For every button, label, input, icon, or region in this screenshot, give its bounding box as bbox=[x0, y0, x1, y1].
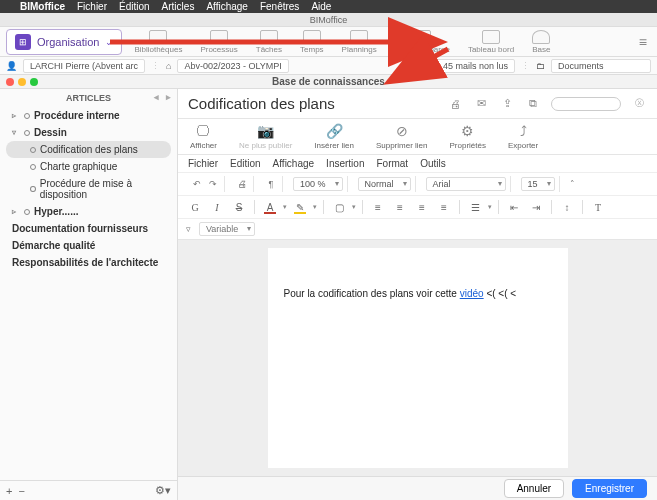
v-icon[interactable]: ▿ bbox=[186, 224, 191, 234]
para-icon[interactable]: ¶ bbox=[264, 177, 278, 191]
zoom-icon[interactable] bbox=[30, 78, 38, 86]
tool-tableau[interactable]: Tableau bord bbox=[468, 30, 514, 54]
tree-node-codification[interactable]: Codification des plans bbox=[6, 141, 171, 158]
traffic-lights[interactable] bbox=[6, 78, 38, 86]
zoom-select[interactable]: 100 % bbox=[293, 177, 343, 191]
editor-menubar: Fichier Edition Affichage Insertion Form… bbox=[178, 155, 657, 173]
tree-node-demarche[interactable]: Démarche qualité bbox=[0, 237, 177, 254]
strike-icon[interactable]: S bbox=[230, 199, 248, 215]
remove-icon[interactable]: − bbox=[18, 485, 24, 497]
action-delete-link[interactable]: ⊘Supprimer lien bbox=[376, 123, 428, 150]
clear-search-icon[interactable]: ⓧ bbox=[631, 97, 647, 111]
action-insert-link[interactable]: 🔗Insérer lien bbox=[314, 123, 354, 150]
sidebar-footer: + − ⚙▾ bbox=[0, 480, 177, 500]
tree-node-procedure-interne[interactable]: ▹Procédure interne bbox=[0, 107, 177, 124]
tree-node-mise-dispo[interactable]: Procédure de mise à disposition bbox=[0, 175, 177, 203]
highlight-icon[interactable]: ✎ bbox=[291, 199, 309, 215]
list-ul-icon[interactable]: ☰ bbox=[466, 199, 484, 215]
border-icon[interactable]: ▢ bbox=[330, 199, 348, 215]
action-nopublish[interactable]: 📷Ne plus publier bbox=[239, 123, 292, 150]
menu-app[interactable]: BIMoffice bbox=[20, 1, 65, 12]
tree-node-dessin[interactable]: ▿Dessin bbox=[0, 124, 177, 141]
tool-taches[interactable]: Tâches bbox=[256, 30, 282, 54]
emenu-edit[interactable]: Edition bbox=[230, 158, 261, 169]
align-justify-icon[interactable]: ≡ bbox=[435, 199, 453, 215]
add-icon[interactable]: + bbox=[6, 485, 12, 497]
tool-temps[interactable]: Temps bbox=[300, 30, 324, 54]
tool-base[interactable]: Base bbox=[532, 30, 550, 54]
video-link[interactable]: vidéo bbox=[460, 288, 484, 299]
tree-node-charte[interactable]: Charte graphique bbox=[0, 158, 177, 175]
nav-arrows[interactable]: ◂ ▸ bbox=[154, 92, 173, 102]
kb-title: Base de connaissances bbox=[272, 76, 385, 87]
indent-icon[interactable]: ⇥ bbox=[527, 199, 545, 215]
font-select[interactable]: Arial bbox=[426, 177, 506, 191]
mail-send-icon[interactable]: ✉ bbox=[473, 97, 489, 111]
font-style-icon[interactable]: G bbox=[186, 199, 204, 215]
emenu-insert[interactable]: Insertion bbox=[326, 158, 364, 169]
project-chip[interactable]: Abv-002/2023 - OLYMPI bbox=[177, 59, 288, 73]
document-page[interactable]: Pour la codification des plans voir cett… bbox=[268, 248, 568, 468]
linespacing-icon[interactable]: ↕ bbox=[558, 199, 576, 215]
search-input[interactable] bbox=[551, 97, 621, 111]
tool-plannings[interactable]: Plannings bbox=[342, 30, 377, 54]
align-center-icon[interactable]: ≡ bbox=[391, 199, 409, 215]
format-toolbar-3: ▿ Variable bbox=[178, 219, 657, 240]
organisation-dropdown[interactable]: ⊞ Organisation ⌄ bbox=[6, 29, 122, 55]
main-header: Codification des plans 🖨 ✉ ⇪ ⧉ ⓧ bbox=[178, 89, 657, 119]
body-text[interactable]: Pour la codification des plans voir cett… bbox=[284, 288, 552, 299]
print-icon[interactable]: 🖨 bbox=[447, 97, 463, 111]
align-left-icon[interactable]: ≡ bbox=[369, 199, 387, 215]
article-tree: ▹Procédure interne ▿Dessin Codification … bbox=[0, 107, 177, 480]
docs-chip[interactable]: Documents bbox=[551, 59, 651, 73]
variable-select[interactable]: Variable bbox=[199, 222, 255, 236]
clear-format-icon[interactable]: T bbox=[589, 199, 607, 215]
action-properties[interactable]: ⚙Propriétés bbox=[450, 123, 486, 150]
sidebar-header: ARTICLES ◂ ▸ bbox=[0, 89, 177, 107]
menu-affichage[interactable]: Affichage bbox=[206, 1, 248, 12]
gear-icon[interactable]: ⚙▾ bbox=[155, 484, 171, 497]
export-doc-icon[interactable]: ⇪ bbox=[499, 97, 515, 111]
cancel-button[interactable]: Annuler bbox=[504, 479, 564, 498]
redo-icon[interactable]: ↷ bbox=[206, 177, 220, 191]
tasks-icon bbox=[260, 30, 278, 44]
save-button[interactable]: Enregistrer bbox=[572, 479, 647, 498]
size-select[interactable]: 15 bbox=[521, 177, 555, 191]
editor-canvas[interactable]: Pour la codification des plans voir cett… bbox=[178, 240, 657, 476]
emenu-tools[interactable]: Outils bbox=[420, 158, 446, 169]
mail-chip[interactable]: 45 mails non lus bbox=[436, 59, 515, 73]
action-bar: 🖵Afficher 📷Ne plus publier 🔗Insérer lien… bbox=[178, 119, 657, 155]
user-icon: 👤 bbox=[6, 61, 17, 71]
tree-node-hyper[interactable]: ▹Hyper...... bbox=[0, 203, 177, 220]
menu-help[interactable]: Aide bbox=[311, 1, 331, 12]
menu-file[interactable]: Fichier bbox=[77, 1, 107, 12]
menu-windows[interactable]: Fenêtres bbox=[260, 1, 299, 12]
tool-processus[interactable]: Processus bbox=[200, 30, 237, 54]
menu-edit[interactable]: Édition bbox=[119, 1, 150, 12]
copy-icon[interactable]: ⧉ bbox=[525, 97, 541, 111]
emenu-format[interactable]: Format bbox=[376, 158, 408, 169]
minimize-icon[interactable] bbox=[18, 78, 26, 86]
italic-icon[interactable]: I bbox=[208, 199, 226, 215]
tool-analyse[interactable]: Analyse charge bbox=[395, 30, 450, 54]
print-toolbar-icon[interactable]: 🖨 bbox=[235, 177, 249, 191]
tool-bibliotheques[interactable]: Bibliothèques bbox=[134, 30, 182, 54]
size-up-icon[interactable]: ˄ bbox=[566, 177, 580, 191]
style-select[interactable]: Normal bbox=[358, 177, 411, 191]
align-right-icon[interactable]: ≡ bbox=[413, 199, 431, 215]
close-icon[interactable] bbox=[6, 78, 14, 86]
home-icon: ⌂ bbox=[166, 61, 171, 71]
tree-node-responsab[interactable]: Responsabilités de l'architecte bbox=[0, 254, 177, 271]
action-afficher[interactable]: 🖵Afficher bbox=[190, 123, 217, 150]
action-export[interactable]: ⤴Exporter bbox=[508, 123, 538, 150]
user-chip[interactable]: LARCHI Pierre (Abvent arc bbox=[23, 59, 145, 73]
emenu-view[interactable]: Affichage bbox=[273, 158, 315, 169]
emenu-file[interactable]: Fichier bbox=[188, 158, 218, 169]
hamburger-icon[interactable]: ≡ bbox=[635, 30, 651, 54]
undo-icon[interactable]: ↶ bbox=[190, 177, 204, 191]
footer: Annuler Enregistrer bbox=[178, 476, 657, 500]
tree-node-docfourn[interactable]: Documentation fournisseurs bbox=[0, 220, 177, 237]
text-color-icon[interactable]: A bbox=[261, 199, 279, 215]
outdent-icon[interactable]: ⇤ bbox=[505, 199, 523, 215]
menu-articles[interactable]: Articles bbox=[162, 1, 195, 12]
